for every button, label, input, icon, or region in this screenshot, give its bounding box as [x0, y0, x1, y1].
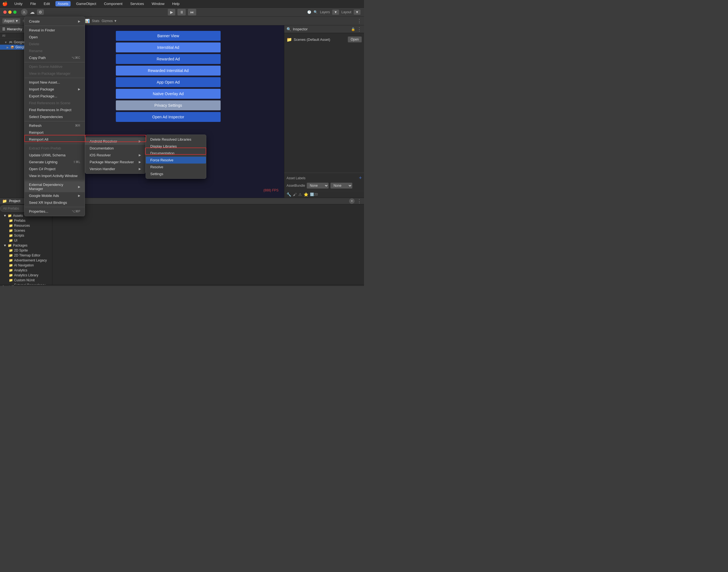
- ctx-rename: Rename: [24, 48, 85, 54]
- menu-services[interactable]: Services: [128, 1, 146, 6]
- all-filter[interactable]: All: [2, 34, 5, 37]
- fullscreen-button[interactable]: [13, 10, 16, 14]
- app-open-ad-button[interactable]: App Open Ad: [116, 77, 221, 87]
- submenu-ext-dep: Android Resolver ▶ Documentation iOS Res…: [85, 137, 146, 174]
- submenu2-delete-resolved[interactable]: Delete Resolved Libraries: [146, 136, 206, 143]
- asset-bundle-dropdown[interactable]: None: [307, 183, 329, 189]
- advert-legacy-folder[interactable]: 📁Advertisement Legacy: [0, 258, 52, 263]
- ctx-import-new-asset[interactable]: Import New Asset...: [24, 79, 85, 86]
- menu-gameobject[interactable]: GameObject: [74, 1, 98, 6]
- cloud-icon: ☁: [30, 9, 35, 15]
- 2d-tilemap-folder[interactable]: 📁2D Tilemap Editor: [0, 253, 52, 258]
- menu-file[interactable]: File: [28, 1, 38, 6]
- ai-nav-folder[interactable]: 📁AI Navigation: [0, 263, 52, 268]
- more-options-icon[interactable]: ⋮: [357, 18, 362, 24]
- open-button[interactable]: Open: [348, 37, 362, 43]
- asset-bundle-variant-dropdown[interactable]: None: [331, 183, 352, 189]
- analytics-folder[interactable]: 📁Analytics: [0, 268, 52, 273]
- fps-counter: (888) FPS: [263, 188, 279, 192]
- star-icon[interactable]: ⭐: [304, 192, 308, 197]
- ctx-ext-dep-manager[interactable]: External Dependency Manager ▶: [24, 181, 85, 192]
- ctx-view-import-activity[interactable]: View in Import Activity Window: [24, 172, 85, 179]
- close-button[interactable]: [3, 10, 7, 14]
- submenu2-resolve[interactable]: Resolve: [146, 163, 206, 170]
- menu-window[interactable]: Window: [149, 1, 166, 6]
- open-ad-inspector-button[interactable]: Open Ad Inspector: [116, 112, 221, 122]
- menu-component[interactable]: Component: [102, 1, 125, 6]
- aspect-dropdown[interactable]: Aspect ▼: [2, 18, 20, 24]
- warning-icon[interactable]: ⚠: [298, 192, 302, 197]
- step-button[interactable]: ⏭: [188, 9, 196, 15]
- project-more[interactable]: ⋮: [357, 198, 362, 204]
- search-icon[interactable]: 🔍: [313, 10, 318, 14]
- ctx-export-package[interactable]: Export Package...: [24, 93, 85, 99]
- ctx-select-dependencies[interactable]: Select Dependencies: [24, 113, 85, 120]
- tools-icon[interactable]: 🔧: [287, 192, 291, 197]
- submenu2-force-resolve[interactable]: Force Resolve: [146, 157, 206, 163]
- ctx-update-uxml[interactable]: Update UXML Schema: [24, 152, 85, 159]
- menu-edit[interactable]: Edit: [42, 1, 52, 6]
- ui-folder[interactable]: 📁UI: [0, 238, 52, 243]
- menu-unity[interactable]: Unity: [12, 1, 25, 6]
- ctx-seed-xr[interactable]: Seed XR Input Bindings: [24, 199, 85, 206]
- ctx-reimport[interactable]: Reimport: [24, 129, 85, 136]
- submenu2-documentation[interactable]: Documentation: [146, 150, 206, 157]
- rewarded-interstitial-button[interactable]: Rewarded Interstitial Ad: [116, 66, 221, 76]
- resources-folder[interactable]: 📁Resources: [0, 223, 52, 228]
- privacy-settings-button[interactable]: Privacy Settings: [116, 100, 221, 110]
- submenu1-documentation[interactable]: Documentation: [85, 145, 145, 152]
- project-layout: ▼📁Assets 📁Prefabs 📁Resources 📁Scenes 📁Sc…: [0, 204, 364, 285]
- bottom-slider[interactable]: ——●——: [348, 285, 362, 286]
- submenu1-version-handler[interactable]: Version Handler ▶: [85, 165, 145, 172]
- add-button[interactable]: +: [349, 198, 355, 204]
- prefabs-folder[interactable]: 📁Prefabs: [0, 218, 52, 223]
- project-title[interactable]: Project: [9, 199, 20, 203]
- inspector-more[interactable]: ⋮: [357, 26, 362, 32]
- submenu1-android-resolver[interactable]: Android Resolver ▶: [85, 138, 145, 145]
- ctx-copy-path[interactable]: Copy Path ⌥⌘C: [24, 54, 85, 61]
- brush-icon[interactable]: 🖌: [293, 192, 297, 197]
- rewarded-ad-button[interactable]: Rewarded Ad: [116, 54, 221, 64]
- submenu1-ios-resolver[interactable]: iOS Resolver ▶: [85, 152, 145, 159]
- settings-icon[interactable]: ⚙: [37, 9, 44, 15]
- menu-help[interactable]: Help: [170, 1, 182, 6]
- minimize-button[interactable]: [8, 10, 12, 14]
- submenu2-settings[interactable]: Settings: [146, 170, 206, 177]
- menu-assets[interactable]: Assets: [56, 1, 71, 6]
- ctx-import-package[interactable]: Import Package ▶: [24, 86, 85, 93]
- gizmos-dropdown[interactable]: Gizmos ▼: [101, 19, 117, 23]
- play-button[interactable]: ▶: [168, 9, 175, 15]
- ctx-open-csharp[interactable]: Open C# Project: [24, 165, 85, 172]
- submenu2-display-libraries[interactable]: Display Libraries: [146, 143, 206, 150]
- user-avatar[interactable]: JL: [21, 9, 27, 15]
- packages-folder[interactable]: ▼📁Packages: [0, 243, 52, 248]
- custom-nunit-folder[interactable]: 📁Custom NUnit: [0, 278, 52, 283]
- layers-dropdown[interactable]: ▼: [332, 9, 339, 15]
- ctx-open-scene-additive: Open Scene Additive: [24, 63, 85, 70]
- ctx-reveal-finder[interactable]: Reveal in Finder: [24, 27, 85, 33]
- pause-button[interactable]: ⏸: [177, 9, 186, 15]
- inspector-footer: Asset Labels + AssetBundle None None 🔧 🖌: [284, 173, 364, 198]
- scripts-folder[interactable]: 📁Scripts: [0, 233, 52, 238]
- 2d-sprite-folder[interactable]: 📁2D Sprite: [0, 248, 52, 253]
- ctx-refresh[interactable]: Refresh ⌘R: [24, 122, 85, 129]
- native-overlay-button[interactable]: Native Overlay Ad: [116, 89, 221, 99]
- interstitial-ad-button[interactable]: Interstitial Ad: [116, 43, 221, 52]
- ext-dep-folder[interactable]: 📁External Dependency Mar...: [0, 283, 52, 285]
- ctx-google-mobile-ads[interactable]: Google Mobile Ads ▶: [24, 192, 85, 199]
- stats-icon[interactable]: 📊: [85, 19, 90, 23]
- analytics-library-folder[interactable]: 📁Analytics Library: [0, 273, 52, 278]
- ctx-open[interactable]: Open: [24, 33, 85, 41]
- banner-view-button[interactable]: Banner View: [116, 31, 221, 41]
- add-label-icon[interactable]: +: [359, 175, 362, 181]
- layout-dropdown[interactable]: ▼: [354, 9, 361, 15]
- submenu1-pkg-resolver[interactable]: Package Manager Resolver ▶: [85, 159, 145, 165]
- ctx-reimport-all[interactable]: Reimport All: [24, 136, 85, 143]
- ctx-properties[interactable]: Properties... ⌥⌘P: [24, 208, 85, 215]
- ctx-generate-lighting[interactable]: Generate Lighting ⇧⌘L: [24, 159, 85, 165]
- ctx-create[interactable]: Create ▶: [24, 18, 85, 25]
- inspector-content: 📁 Scenes (Default Asset) Open: [284, 33, 364, 46]
- ctx-find-refs-project[interactable]: Find References In Project: [24, 106, 85, 113]
- lock-icon[interactable]: 🔒: [351, 27, 355, 31]
- scenes-folder[interactable]: 📁Scenes: [0, 228, 52, 233]
